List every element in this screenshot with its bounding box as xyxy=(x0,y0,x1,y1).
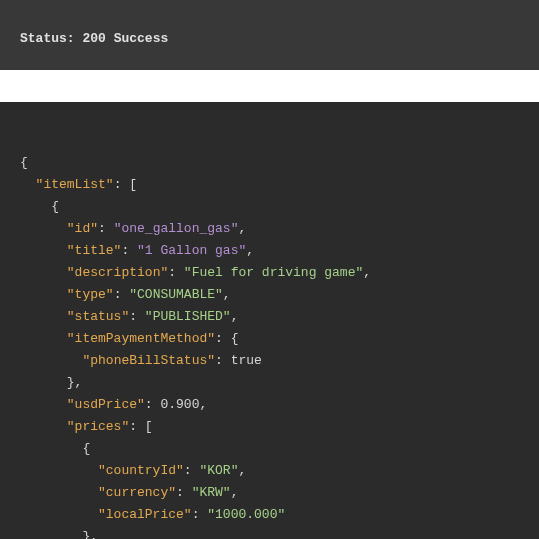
key-localPrice: "localPrice" xyxy=(98,507,192,522)
val-currency: "KRW" xyxy=(192,485,231,500)
val-type: "CONSUMABLE" xyxy=(129,287,223,302)
key-id: "id" xyxy=(67,221,98,236)
val-title: "1 Gallon gas" xyxy=(137,243,246,258)
key-usdPrice: "usdPrice" xyxy=(67,397,145,412)
separator-gap xyxy=(0,70,539,102)
key-currency: "currency" xyxy=(98,485,176,500)
key-title: "title" xyxy=(67,243,122,258)
status-label: Status: xyxy=(20,31,75,46)
status-text: Success xyxy=(114,31,169,46)
val-usdPrice: 0.900 xyxy=(160,397,199,412)
key-itemList: "itemList" xyxy=(36,177,114,192)
status-code: 200 xyxy=(82,31,105,46)
val-description: "Fuel for driving game" xyxy=(184,265,363,280)
status-bar: Status: 200 Success xyxy=(0,0,539,70)
key-itemPaymentMethod: "itemPaymentMethod" xyxy=(67,331,215,346)
val-countryId: "KOR" xyxy=(199,463,238,478)
val-id: "one_gallon_gas" xyxy=(114,221,239,236)
val-localPrice: "1000.000" xyxy=(207,507,285,522)
val-phoneBillStatus: true xyxy=(231,353,262,368)
key-status: "status" xyxy=(67,309,129,324)
key-phoneBillStatus: "phoneBillStatus" xyxy=(82,353,215,368)
key-countryId: "countryId" xyxy=(98,463,184,478)
json-code-block: { "itemList": [ { "id": "one_gallon_gas"… xyxy=(0,102,539,539)
json-pre: { "itemList": [ { "id": "one_gallon_gas"… xyxy=(20,152,519,539)
key-type: "type" xyxy=(67,287,114,302)
key-description: "description" xyxy=(67,265,168,280)
key-prices: "prices" xyxy=(67,419,129,434)
val-status: "PUBLISHED" xyxy=(145,309,231,324)
